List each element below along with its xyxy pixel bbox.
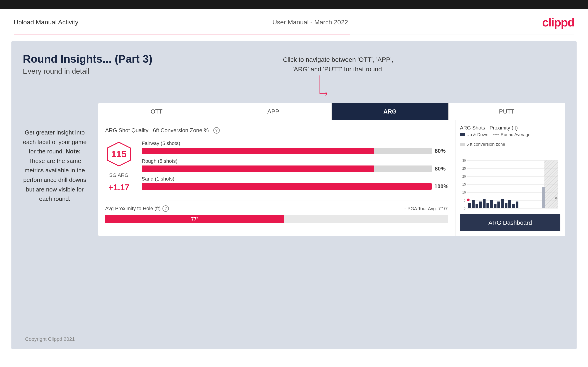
note-label: Note: — [66, 148, 81, 155]
sand-bar-row: 100% — [142, 183, 448, 190]
legend-square-up-down — [460, 133, 465, 136]
fairway-bar-container — [142, 148, 432, 154]
sg-label: SG ARG — [109, 172, 129, 178]
tab-arg[interactable]: ARG — [332, 103, 449, 120]
card-body: ARG Shot Quality 6ft Conversion Zone % ?… — [98, 120, 565, 236]
help-icon[interactable]: ? — [213, 127, 220, 133]
footer-copyright: Copyright Clippd 2021 — [25, 336, 75, 342]
top-bar — [0, 0, 588, 9]
left-panel: ARG Shot Quality 6ft Conversion Zone % ?… — [98, 120, 455, 236]
svg-rect-25 — [479, 201, 482, 208]
fairway-bar-fill — [142, 148, 374, 154]
shot-row-sand: Sand (1 shots) 100% — [142, 176, 448, 190]
tab-app[interactable]: APP — [215, 103, 332, 120]
svg-rect-23 — [472, 200, 475, 208]
main-content: Round Insights... (Part 3) Every round i… — [11, 41, 577, 349]
hexagon-row: 115 SG ARG +1.17 Fairway (5 shots) — [105, 141, 448, 194]
fairway-label: Fairway (5 shots) — [142, 141, 448, 146]
svg-rect-33 — [508, 200, 511, 208]
shot-rows: Fairway (5 shots) 80% Rough (5 shots) — [142, 141, 448, 194]
svg-rect-30 — [497, 201, 500, 208]
svg-point-38 — [467, 199, 470, 201]
nav-annotation: Click to navigate between 'OTT', 'APP','… — [283, 55, 393, 74]
rough-bar-container — [142, 166, 432, 172]
legend-label-conversion: 6 ft conversion zone — [466, 142, 505, 147]
tab-putt[interactable]: PUTT — [449, 103, 565, 120]
svg-text:10: 10 — [462, 191, 466, 194]
rough-bar-fill — [142, 166, 374, 172]
left-description: Get greater insight into each facet of y… — [23, 128, 87, 204]
svg-text:30: 30 — [462, 159, 466, 162]
hexagon-container: 115 SG ARG +1.17 — [105, 141, 133, 192]
svg-rect-26 — [483, 199, 485, 208]
legend-label-up-down: Up & Down — [466, 132, 488, 137]
rough-pct: 80% — [435, 166, 448, 172]
sand-bar-container — [142, 183, 432, 190]
svg-text:5: 5 — [464, 199, 466, 202]
svg-rect-34 — [512, 204, 515, 208]
proximity-help-icon[interactable]: ? — [163, 205, 169, 212]
svg-rect-22 — [468, 203, 471, 208]
legend-square-conversion — [460, 143, 465, 146]
sand-pct: 100% — [434, 183, 448, 190]
header-divider — [14, 34, 574, 34]
chart-title: ARG Shots - Proximity (ft) — [460, 125, 518, 131]
svg-text:0: 0 — [464, 207, 466, 210]
proximity-fill: 77' — [105, 215, 284, 223]
proximity-bar-container: 77' — [105, 215, 448, 223]
tab-ott[interactable]: OTT — [98, 103, 215, 120]
manual-label: User Manual - March 2022 — [272, 19, 348, 26]
proximity-header: Avg Proximity to Hole (ft) ? ↑ PGA Tour … — [105, 205, 448, 212]
svg-rect-35 — [516, 201, 519, 208]
svg-text:15: 15 — [462, 183, 466, 186]
svg-rect-28 — [490, 200, 493, 208]
legend-label-round-avg: Round Average — [501, 132, 530, 137]
legend-round-avg: Round Average — [493, 132, 530, 137]
svg-rect-32 — [505, 203, 508, 208]
svg-rect-21 — [545, 160, 558, 208]
legend-up-down: Up & Down — [460, 132, 488, 137]
svg-rect-36 — [542, 187, 545, 208]
sg-value: +1.17 — [108, 183, 129, 192]
fairway-pct: 80% — [435, 148, 448, 154]
fairway-bar-row: 80% — [142, 148, 448, 154]
header: Upload Manual Activity User Manual - Mar… — [0, 9, 588, 34]
sand-bar-fill — [142, 183, 432, 190]
proximity-section: Avg Proximity to Hole (ft) ? ↑ PGA Tour … — [105, 200, 448, 223]
rough-label: Rough (5 shots) — [142, 158, 448, 164]
svg-rect-27 — [486, 203, 489, 208]
shot-quality-label: ARG Shot Quality — [105, 127, 148, 133]
arg-dashboard-button[interactable]: ARG Dashboard — [460, 214, 560, 231]
hexagon: 115 — [105, 141, 133, 168]
clippd-logo: clippd — [542, 16, 574, 29]
shot-row-rough: Rough (5 shots) 80% — [142, 158, 448, 172]
pga-avg: ↑ PGA Tour Avg: 7'10" — [404, 206, 448, 211]
svg-text:25: 25 — [462, 167, 466, 170]
right-panel-header: ARG Shots - Proximity (ft) — [460, 125, 560, 131]
hex-score: 115 — [111, 149, 127, 159]
svg-text:8: 8 — [555, 196, 557, 200]
svg-rect-29 — [494, 204, 496, 208]
right-panel: ARG Shots - Proximity (ft) Up & Down Rou… — [455, 120, 565, 236]
dashboard-card: OTT APP ARG PUTT ARG Shot Quality 6ft Co… — [98, 103, 565, 236]
arrow-annotation — [311, 75, 329, 104]
legend-conversion-zone: 6 ft conversion zone — [460, 142, 505, 147]
conversion-label: 6ft Conversion Zone % — [153, 127, 208, 133]
sand-label: Sand (1 shots) — [142, 176, 448, 182]
chart-area: 0 5 10 15 20 25 30 — [460, 151, 560, 211]
proximity-value: 77' — [191, 216, 198, 222]
rough-bar-row: 80% — [142, 166, 448, 172]
proximity-cursor — [284, 215, 284, 223]
chart-legend: Up & Down Round Average 6 ft conversion … — [460, 132, 560, 147]
panel-header: ARG Shot Quality 6ft Conversion Zone % ? — [105, 127, 448, 133]
upload-label[interactable]: Upload Manual Activity — [14, 19, 78, 26]
svg-text:20: 20 — [462, 175, 466, 178]
svg-rect-31 — [501, 199, 504, 208]
shot-row-fairway: Fairway (5 shots) 80% — [142, 141, 448, 154]
chart-svg: 0 5 10 15 20 25 30 — [460, 151, 560, 211]
proximity-label: Avg Proximity to Hole (ft) ? — [105, 205, 169, 212]
svg-rect-24 — [476, 204, 478, 208]
legend-dashed-round-avg — [493, 134, 499, 135]
tab-bar: OTT APP ARG PUTT — [98, 103, 565, 120]
